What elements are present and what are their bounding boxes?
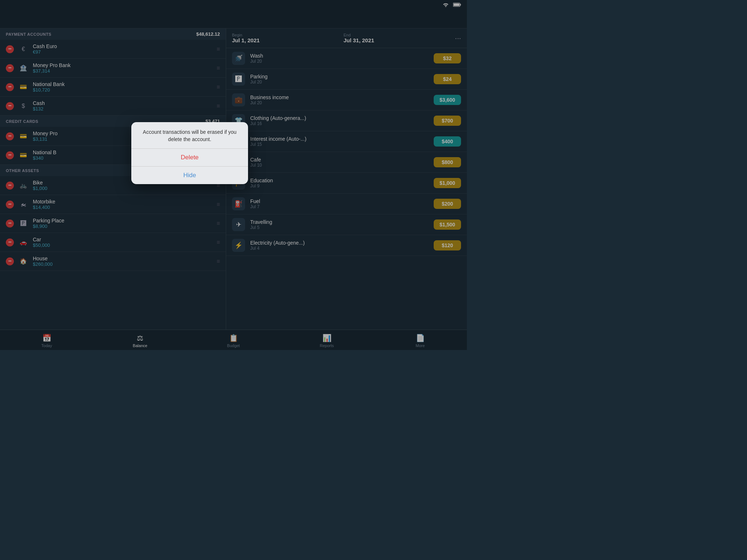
hide-button[interactable]: Hide	[131, 167, 248, 184]
popup-message: Account transactions will be erased if y…	[131, 122, 248, 148]
popup-overlay[interactable]: Account transactions will be erased if y…	[0, 0, 467, 350]
delete-button[interactable]: Delete	[131, 149, 248, 167]
delete-popup: Account transactions will be erased if y…	[131, 122, 248, 184]
